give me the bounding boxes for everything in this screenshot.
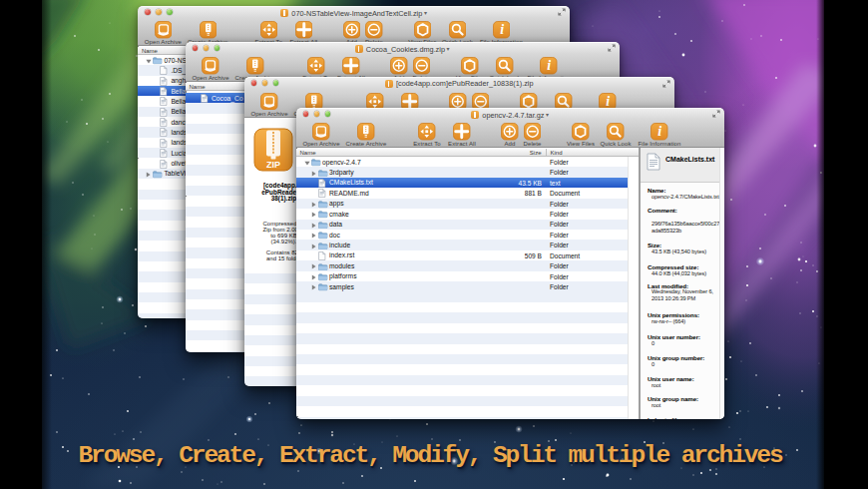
svg-text:i: i bbox=[547, 57, 551, 73]
svg-text:ZIP: ZIP bbox=[265, 160, 279, 170]
svg-text:i: i bbox=[657, 123, 661, 139]
svg-text:i: i bbox=[606, 93, 610, 109]
svg-text:i: i bbox=[500, 21, 504, 37]
